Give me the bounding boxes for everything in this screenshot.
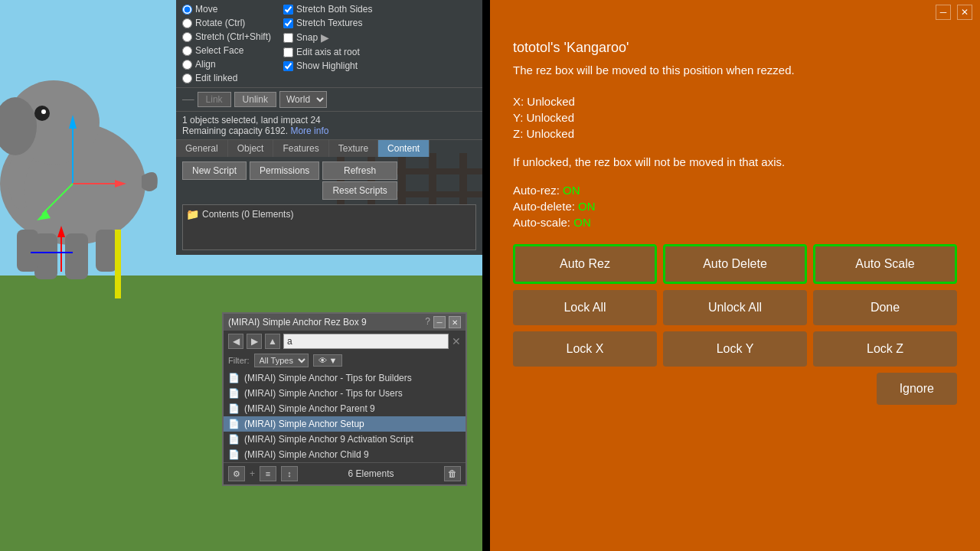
tab-general[interactable]: General xyxy=(176,140,228,157)
option-stretch[interactable]: Stretch (Ctrl+Shift) xyxy=(182,31,271,43)
list-item-selected[interactable]: 📄 (MIRAI) Simple Anchor Setup xyxy=(224,416,466,432)
lock-x-button[interactable]: Lock X xyxy=(513,331,657,367)
link-button[interactable]: Link xyxy=(198,92,231,107)
panel-help-icon[interactable]: ? xyxy=(425,316,430,328)
axis-x-status: X: Unlocked xyxy=(513,95,957,108)
axis-y-status: Y: Unlocked xyxy=(513,111,957,124)
auto-settings-status: Auto-rez: ON Auto-delete: ON Auto-scale:… xyxy=(513,184,957,229)
filter-select[interactable]: All Types xyxy=(254,354,309,367)
layout-button[interactable]: ≡ xyxy=(260,466,276,481)
option-stretch-textures[interactable]: Stretch Textures xyxy=(283,17,372,29)
done-button[interactable]: Done xyxy=(813,290,957,325)
object-tabs: General Object Features Texture Content xyxy=(176,139,482,157)
selection-info: 1 objects selected, land impact 24 Remai… xyxy=(176,111,482,139)
action-buttons-grid: Auto Rez Auto Delete Auto Scale Lock All… xyxy=(513,244,957,367)
option-rotate[interactable]: Rotate (Ctrl) xyxy=(182,17,271,29)
reset-scripts-button[interactable]: Reset Scripts xyxy=(322,181,397,200)
nav-forward-button[interactable]: ▶ xyxy=(247,334,262,349)
option-stretch-both[interactable]: Stretch Both Sides xyxy=(283,3,372,15)
auto-delete-button[interactable]: Auto Delete xyxy=(663,244,807,284)
list-item[interactable]: 📄 (MIRAI) Simple Anchor 9 Activation Scr… xyxy=(224,432,466,447)
new-script-button[interactable]: New Script xyxy=(182,161,247,180)
contents-browser: 📁 Contents (0 Elements) xyxy=(182,204,476,250)
elephant-figure xyxy=(0,15,161,298)
list-item[interactable]: 📄 (MIRAI) Simple Anchor - Tips for Users xyxy=(224,386,466,401)
elements-count: 6 Elements xyxy=(302,468,439,479)
lock-z-button[interactable]: Lock Z xyxy=(813,331,957,367)
left-tool-panel: Move Rotate (Ctrl) Stretch (Ctrl+Shift) … xyxy=(176,0,482,255)
svg-point-4 xyxy=(41,109,46,114)
reference-frame-select[interactable]: World Local xyxy=(279,91,327,108)
svg-rect-7 xyxy=(96,230,117,272)
folder-item[interactable]: 📁 Contents (0 Elements) xyxy=(186,208,472,220)
capacity-text: Remaining capacity 6192. More info xyxy=(182,126,476,136)
toolbar-options: Move Rotate (Ctrl) Stretch (Ctrl+Shift) … xyxy=(176,0,482,87)
list-item[interactable]: 📄 (MIRAI) Simple Anchor Parent 9 xyxy=(224,401,466,416)
option-edit-linked[interactable]: Edit linked xyxy=(182,72,271,84)
permissions-button[interactable]: Permissions xyxy=(250,161,319,180)
tab-features[interactable]: Features xyxy=(273,140,328,157)
folder-label: Contents (0 Elements) xyxy=(202,209,293,220)
lock-y-button[interactable]: Lock Y xyxy=(663,331,807,367)
option-move[interactable]: Move xyxy=(182,3,271,15)
auto-scale-button[interactable]: Auto Scale xyxy=(813,244,957,284)
selected-objects-text: 1 objects selected, land impact 24 xyxy=(182,115,476,126)
kangaroo-title: tototol's 'Kangaroo' xyxy=(513,40,957,56)
search-clear-button[interactable]: ✕ xyxy=(452,335,461,347)
delete-button[interactable]: 🗑 xyxy=(444,466,461,481)
right-panel-body: tototol's 'Kangaroo' The rez box will be… xyxy=(490,24,980,420)
filter-row: Filter: All Types 👁 ▼ xyxy=(224,352,466,370)
option-select-face[interactable]: Select Face xyxy=(182,44,271,57)
panel-titlebar: (MIRAI) Simple Anchor Rez Box 9 ? ─ ✕ xyxy=(224,314,466,331)
tab-texture[interactable]: Texture xyxy=(329,140,378,157)
tab-content[interactable]: Content xyxy=(378,140,430,157)
option-snap[interactable]: Snap ▶ xyxy=(283,31,372,44)
refresh-button[interactable]: Refresh xyxy=(322,161,397,180)
sort-button[interactable]: ↕ xyxy=(281,466,298,481)
list-item[interactable]: 📄 (MIRAI) Simple Anchor - Tips for Build… xyxy=(224,370,466,386)
svg-rect-6 xyxy=(65,233,88,279)
gear-button[interactable]: ⚙ xyxy=(228,466,245,481)
more-info-link[interactable]: More info xyxy=(290,126,328,136)
anchor-rez-box-panel: (MIRAI) Simple Anchor Rez Box 9 ? ─ ✕ ◀ … xyxy=(222,312,467,486)
filter-label: Filter: xyxy=(228,356,250,365)
nav-up-button[interactable]: ▲ xyxy=(265,334,280,349)
option-edit-axis[interactable]: Edit axis at root xyxy=(283,46,372,58)
unlock-all-button[interactable]: Unlock All xyxy=(663,290,807,325)
panel-bottom-toolbar: ⚙ + ≡ ↕ 6 Elements 🗑 xyxy=(224,462,466,484)
auto-delete-status: Auto-delete: ON xyxy=(513,200,957,213)
unlink-button[interactable]: Unlink xyxy=(234,92,276,107)
panel-title: (MIRAI) Simple Anchor Rez Box 9 xyxy=(228,317,367,328)
ignore-row: Ignore xyxy=(513,373,957,405)
axis-status: X: Unlocked Y: Unlocked Z: Unlocked xyxy=(513,95,957,140)
panel-close-button[interactable]: ✕ xyxy=(449,316,461,328)
list-item[interactable]: 📄 (MIRAI) Simple Anchor Child 9 xyxy=(224,447,466,462)
lock-all-button[interactable]: Lock All xyxy=(513,290,657,325)
script-icon: 📄 xyxy=(228,419,240,429)
script-icon: 📄 xyxy=(228,388,240,399)
script-icon: 📄 xyxy=(228,434,240,445)
right-panel-minimize-button[interactable]: ─ xyxy=(936,5,951,20)
panel-minimize-button[interactable]: ─ xyxy=(433,316,446,328)
anchor-info-panel: ─ ✕ tototol's 'Kangaroo' The rez box wil… xyxy=(490,0,980,551)
ignore-button[interactable]: Ignore xyxy=(877,373,957,405)
unlock-explanation: If unlocked, the rez box will not be mov… xyxy=(513,155,957,168)
option-align[interactable]: Align xyxy=(182,58,271,70)
rez-description: The rez box will be moved to this positi… xyxy=(513,62,957,80)
svg-rect-18 xyxy=(115,230,121,298)
right-panel-close-button[interactable]: ✕ xyxy=(957,5,972,20)
visibility-toggle-button[interactable]: 👁 ▼ xyxy=(313,354,343,367)
tab-object[interactable]: Object xyxy=(228,140,274,157)
auto-rez-button[interactable]: Auto Rez xyxy=(513,244,657,284)
search-input[interactable] xyxy=(283,334,449,349)
separator: + xyxy=(250,468,255,479)
option-show-highlight[interactable]: Show Highlight xyxy=(283,60,372,72)
file-list: 📄 (MIRAI) Simple Anchor - Tips for Build… xyxy=(224,370,466,462)
auto-scale-status: Auto-scale: ON xyxy=(513,216,957,229)
panel-controls: ? ─ ✕ xyxy=(425,316,461,328)
script-icon: 📄 xyxy=(228,373,240,383)
nav-back-button[interactable]: ◀ xyxy=(228,334,243,349)
svg-rect-8 xyxy=(17,230,38,272)
panel-nav: ◀ ▶ ▲ ✕ xyxy=(224,331,466,352)
auto-rez-status: Auto-rez: ON xyxy=(513,184,957,197)
